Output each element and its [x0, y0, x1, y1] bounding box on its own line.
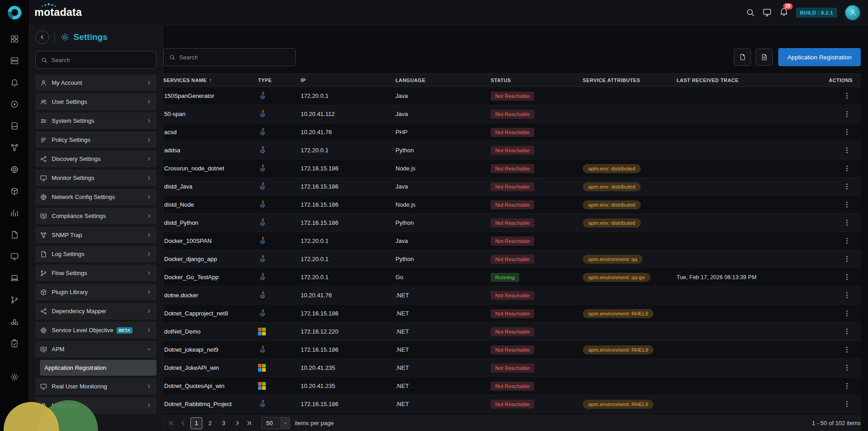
row-actions-menu-icon[interactable]	[843, 400, 851, 408]
table-row[interactable]: distd_Python 172.16.15.186 Python Not Re…	[163, 214, 861, 232]
table-row[interactable]: Dotnet_jokeapi_net9 172.16.15.186 .NET N…	[163, 341, 861, 359]
sidebar-item-real-user-monitoring[interactable]: Real User Monitoring	[35, 378, 156, 395]
sidebar-item-system-settings[interactable]: System Settings	[35, 112, 156, 129]
user-avatar[interactable]	[844, 5, 861, 21]
row-actions-menu-icon[interactable]	[843, 219, 851, 227]
rail-topology-button[interactable]	[5, 139, 24, 157]
sidebar-item-monitor-settings[interactable]: Monitor Settings	[35, 169, 156, 186]
sidebar-item-user-settings[interactable]: User Settings	[35, 93, 156, 110]
rail-incidents-button[interactable]	[5, 95, 24, 113]
page-1-button[interactable]: 1	[190, 417, 202, 429]
table-row[interactable]: Docker_Go_TestApp 172.20.0.1 Go Running …	[163, 268, 861, 286]
column-status[interactable]: STATUS	[491, 77, 583, 83]
row-actions-menu-icon[interactable]	[843, 310, 851, 317]
export-pdf-button[interactable]	[734, 48, 751, 66]
row-actions-menu-icon[interactable]	[843, 201, 851, 208]
sidebar-item-service-level-objective[interactable]: Service Level Objective BETA	[35, 322, 156, 339]
row-actions-menu-icon[interactable]	[843, 110, 851, 118]
sidebar-search-input[interactable]	[51, 51, 151, 68]
table-row[interactable]: Crossrun_node_dotnet 172.16.15.186 Node.…	[163, 160, 861, 178]
row-actions-menu-icon[interactable]	[843, 255, 851, 263]
sidebar-item-icon	[40, 232, 47, 239]
rail-observability-button[interactable]	[5, 313, 24, 331]
rail-dashboard-button[interactable]	[5, 30, 24, 48]
row-actions-menu-icon[interactable]	[843, 237, 851, 245]
column-service-attributes[interactable]: SERVICE ATTRIBUTES	[583, 77, 677, 83]
global-search-icon[interactable]	[746, 8, 755, 17]
sidebar-item-compliance-settings[interactable]: Compliance Settings	[35, 208, 156, 224]
row-actions-menu-icon[interactable]	[843, 364, 851, 372]
row-actions-menu-icon[interactable]	[843, 291, 851, 299]
rail-audit-button[interactable]	[5, 334, 24, 353]
page-3-button[interactable]: 3	[218, 417, 229, 429]
rail-packages-button[interactable]	[5, 182, 24, 200]
table-row[interactable]: acsd 10.20.41.76 PHP Not Reachable	[163, 123, 861, 141]
rail-settings-button[interactable]	[5, 368, 24, 386]
table-row[interactable]: dotne.docker 10.20.41.76 .NET Not Reacha…	[163, 286, 861, 305]
table-row[interactable]: Dotnet_Rabbitmq_Project 172.16.15.186 .N…	[163, 395, 861, 413]
rail-monitors-button[interactable]	[5, 247, 24, 266]
table-row[interactable]: Dotnet_QuotesApi_win 10.20.41.235 .NET N…	[163, 377, 861, 395]
row-actions-menu-icon[interactable]	[843, 92, 851, 100]
next-page-button[interactable]	[231, 417, 243, 429]
column-last-received-trace[interactable]: LAST RECEIVED TRACE	[677, 77, 829, 83]
row-actions-menu-icon[interactable]	[843, 146, 851, 154]
page-2-button[interactable]: 2	[204, 417, 216, 429]
row-actions-menu-icon[interactable]	[843, 128, 851, 136]
service-name: Docker_django_app	[163, 256, 258, 262]
page-size-select[interactable]: 50	[261, 417, 290, 429]
table-row[interactable]: addsa 172.20.0.1 Python Not Reachable	[163, 141, 861, 160]
row-actions-menu-icon[interactable]	[843, 273, 851, 281]
first-page-button[interactable]	[165, 417, 177, 429]
row-actions-menu-icon[interactable]	[843, 346, 851, 354]
sidebar-item-application-registration[interactable]: Application Registration	[40, 360, 156, 376]
sidebar-item-integration[interactable]: Integration	[35, 397, 156, 414]
last-page-button[interactable]	[243, 417, 255, 429]
table-row[interactable]: distd_Java 172.16.15.186 Java Not Reacha…	[163, 178, 861, 196]
rail-workflows-button[interactable]	[5, 291, 24, 309]
table-row[interactable]: Docker_100SPAN 172.20.0.1 Java Not Reach…	[163, 232, 861, 250]
row-actions-menu-icon[interactable]	[843, 183, 851, 190]
table-row[interactable]: distd_Node 172.16.15.186 Node.js Not Rea…	[163, 196, 861, 214]
motadata-logo[interactable]	[0, 0, 29, 25]
console-monitor-icon[interactable]	[762, 8, 772, 17]
sidebar-item-flow-settings[interactable]: Flow Settings	[35, 265, 156, 281]
rail-reports-button[interactable]	[5, 226, 24, 244]
sidebar-item-dependency-mapper[interactable]: Dependency Mapper	[35, 303, 156, 320]
column-type[interactable]: TYPE	[258, 77, 301, 83]
table-row[interactable]: Dotnet_Capproject_net8 172.16.15.186 .NE…	[163, 305, 861, 323]
sidebar-item-policy-settings[interactable]: Policy Settings	[35, 131, 156, 148]
back-button[interactable]	[35, 30, 49, 44]
row-actions-menu-icon[interactable]	[843, 382, 851, 390]
rail-agents-button[interactable]	[5, 269, 24, 287]
rail-infrastructure-button[interactable]	[5, 52, 24, 70]
sidebar-item-network-config-settings[interactable]: Network Config Settings	[35, 189, 156, 205]
rail-discovery-button[interactable]	[5, 160, 24, 179]
column-language[interactable]: LANGUAGE	[395, 77, 491, 83]
notifications-bell[interactable]: 29	[779, 7, 789, 18]
table-row[interactable]: dotNet_Demo 172.16.12.220 .NET Not Reach…	[163, 323, 861, 341]
table-row[interactable]: Dotnet_JokeAPI_win 10.20.41.235 .NET Not…	[163, 359, 861, 377]
rail-analytics-button[interactable]	[5, 204, 24, 222]
status-badge: Not Reachable	[491, 110, 534, 119]
sidebar-item-log-settings[interactable]: Log Settings	[35, 246, 156, 262]
column-services-name[interactable]: SERVICES NAME↑	[163, 77, 258, 83]
sidebar-item-label: APM	[52, 346, 64, 353]
row-actions-menu-icon[interactable]	[843, 165, 851, 172]
table-search-input[interactable]	[179, 48, 290, 66]
prev-page-button[interactable]	[177, 417, 189, 429]
table-row[interactable]: 150SpanGenerator 172.20.0.1 Java Not Rea…	[163, 87, 861, 105]
row-actions-menu-icon[interactable]	[843, 328, 851, 335]
application-registration-button[interactable]: Application Registration	[778, 48, 861, 66]
column-ip[interactable]: IP	[301, 77, 395, 83]
sidebar-item-snmp-trap[interactable]: SNMP Trap	[35, 227, 156, 243]
rail-alerts-button[interactable]	[5, 73, 24, 92]
sidebar-item-my-account[interactable]: My Account	[35, 74, 156, 91]
export-csv-button[interactable]	[756, 48, 773, 66]
sidebar-item-plugin-library[interactable]: Plugin Library	[35, 284, 156, 300]
table-row[interactable]: 50-span 10.20.41.112 Java Not Reachable	[163, 105, 861, 123]
rail-knowledge-button[interactable]	[5, 117, 24, 135]
sidebar-item-discovery-settings[interactable]: Discovery Settings	[35, 150, 156, 167]
sidebar-item-apm[interactable]: APM	[35, 341, 156, 358]
table-row[interactable]: Docker_django_app 172.20.0.1 Python Not …	[163, 250, 861, 268]
